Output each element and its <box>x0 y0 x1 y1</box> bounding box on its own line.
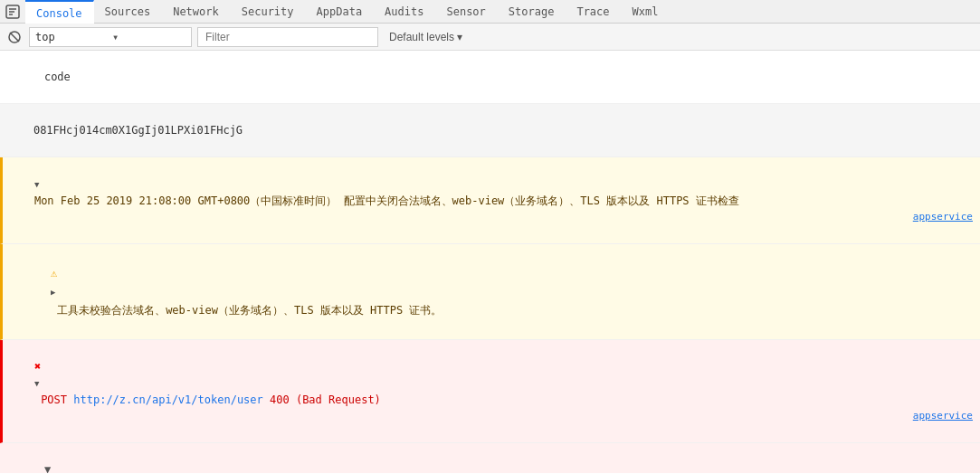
levels-button[interactable]: Default levels ▾ <box>384 29 468 45</box>
tab-sensor[interactable]: Sensor <box>435 0 497 24</box>
error-toggle[interactable] <box>34 374 45 392</box>
tab-audits[interactable]: Audits <box>374 0 435 24</box>
console-row-error-obj: ▼ {msg: "appsecret missing, hints: [ req… <box>0 443 980 473</box>
console-panel: code 081FHcj014cm0X1GgIj01LPXi01FHcjG Mo… <box>0 51 980 473</box>
tab-trace[interactable]: Trace <box>566 0 621 24</box>
console-row-code: code <box>0 51 980 104</box>
devtools-icon[interactable] <box>4 3 22 21</box>
tab-appdata[interactable]: AppData <box>306 0 375 24</box>
error-source-link[interactable]: appservice <box>913 408 973 424</box>
tab-bar: Console Sources Network Security AppData… <box>0 0 980 24</box>
warning-toggle[interactable] <box>34 175 45 193</box>
levels-arrow-icon: ▾ <box>457 31 462 43</box>
console-row-warning-main: Mon Feb 25 2019 21:08:00 GMT+0800（中国标准时间… <box>0 157 980 244</box>
console-row-warning-sub: ⚠ 工具未校验合法域名、web-view（业务域名）、TLS 版本以及 HTTP… <box>0 244 980 340</box>
tab-security[interactable]: Security <box>231 0 306 24</box>
tab-storage[interactable]: Storage <box>498 0 566 24</box>
warning-icon: ⚠ <box>51 264 57 282</box>
tab-network[interactable]: Network <box>162 0 231 24</box>
console-row-hash: 081FHcj014cm0X1GgIj01LPXi01FHcjG <box>0 104 980 157</box>
tab-wxml[interactable]: Wxml <box>622 0 671 24</box>
context-value: top <box>35 31 109 43</box>
context-arrow-icon: ▾ <box>112 31 186 43</box>
warning-sub-toggle[interactable] <box>51 282 62 301</box>
console-row-error-main: ✖ POST http://z.cn/api/v1/token/user 400… <box>0 340 980 443</box>
svg-line-5 <box>10 33 19 42</box>
levels-label: Default levels <box>389 31 454 43</box>
toolbar: top ▾ Default levels ▾ <box>0 24 980 51</box>
error-icon: ✖ <box>34 358 41 374</box>
tab-sources[interactable]: Sources <box>94 0 163 24</box>
context-selector[interactable]: top ▾ <box>29 27 192 47</box>
clear-console-button[interactable] <box>5 28 24 46</box>
tab-console[interactable]: Console <box>25 0 94 24</box>
warning-source-link[interactable]: appservice <box>913 209 973 225</box>
filter-input[interactable] <box>197 27 378 47</box>
